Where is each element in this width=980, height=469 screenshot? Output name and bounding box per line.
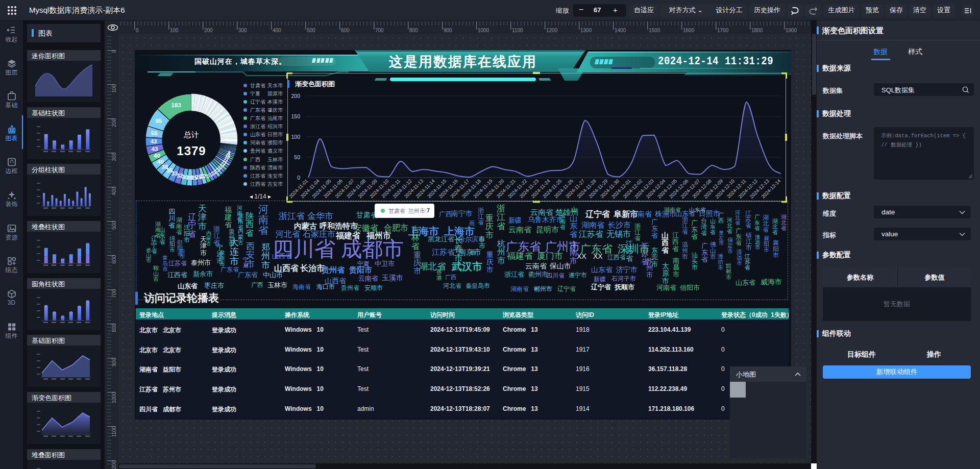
svg-text:43: 43 (152, 146, 158, 152)
svg-text:900: 900 (111, 358, 117, 366)
svg-text:200: 200 (291, 93, 300, 99)
svg-text:1000: 1000 (478, 28, 489, 33)
svg-text:300: 300 (111, 153, 117, 161)
svg-text:0: 0 (111, 50, 117, 53)
svg-text:400: 400 (273, 28, 281, 33)
svg-text:43: 43 (151, 138, 157, 144)
svg-text:95: 95 (155, 118, 162, 124)
svg-text:100: 100 (291, 134, 300, 140)
svg-text:600: 600 (111, 255, 117, 264)
svg-text:500: 500 (111, 221, 117, 230)
svg-text:40: 40 (154, 153, 160, 159)
svg-text:150: 150 (291, 113, 300, 119)
svg-text:800: 800 (111, 324, 117, 332)
svg-text:1200: 1200 (111, 460, 117, 469)
svg-text:600: 600 (341, 28, 350, 33)
svg-text:200: 200 (111, 118, 117, 127)
svg-text:100: 100 (170, 28, 179, 33)
svg-text:1700: 1700 (717, 28, 729, 33)
svg-text:55: 55 (151, 130, 158, 136)
svg-text:1800: 1800 (751, 28, 763, 33)
svg-text:1100: 1100 (111, 426, 117, 437)
svg-text:200: 200 (204, 28, 213, 33)
svg-text:22: 22 (200, 173, 206, 179)
svg-text:1000: 1000 (111, 392, 117, 404)
svg-text:900: 900 (444, 28, 452, 33)
svg-text:800: 800 (409, 28, 418, 33)
svg-text:0: 0 (297, 175, 300, 181)
svg-text:500: 500 (307, 28, 315, 33)
svg-text:1200: 1200 (546, 28, 558, 33)
svg-text:1300: 1300 (580, 28, 592, 33)
svg-text:1600: 1600 (683, 28, 695, 33)
svg-text:0: 0 (136, 28, 139, 33)
svg-text:50: 50 (294, 154, 300, 160)
svg-text:700: 700 (375, 28, 384, 33)
svg-text:700: 700 (111, 289, 117, 298)
svg-text:100: 100 (111, 84, 117, 93)
svg-text:183: 183 (171, 102, 181, 108)
svg-text:1900: 1900 (786, 28, 797, 33)
svg-text:400: 400 (111, 187, 117, 195)
svg-text:300: 300 (238, 28, 247, 33)
svg-text:1500: 1500 (649, 28, 660, 33)
svg-text:1100: 1100 (512, 28, 523, 33)
svg-text:1400: 1400 (615, 28, 626, 33)
